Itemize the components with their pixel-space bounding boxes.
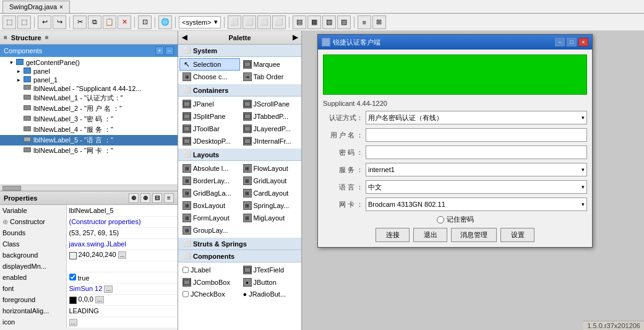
swing-minimize-btn[interactable]: − (555, 38, 565, 46)
palette-scroll-area[interactable]: ⬜ System ↖ Selection Marquee ⊕ Choose c.… (178, 45, 301, 330)
palette-item-jlayeredpane[interactable]: JLayeredP... (240, 123, 301, 135)
components-remove-btn[interactable]: − (165, 46, 174, 55)
tree-item-label3[interactable]: lblNewLabel_3 - "密 码 ：" (0, 114, 178, 124)
swing-btn-messages[interactable]: 消息管理 (451, 228, 497, 242)
toolbar-cut[interactable]: ✂ (73, 15, 87, 29)
prop-table-wrapper[interactable]: Variable lblNewLabel_5 ⊕ Constructor (Co… (0, 205, 178, 330)
swing-select-service[interactable]: internet1 ▾ (366, 163, 587, 176)
palette-item-boxlayout[interactable]: ⊞ BoxLayout (179, 199, 240, 212)
prop-val-variable[interactable]: lblNewLabel_5 (66, 205, 178, 216)
prop-val-bounds[interactable]: (53, 257, 69, 15) (66, 227, 178, 238)
toolbar-btn-1[interactable]: ⬚ (2, 15, 16, 29)
prop-val-background[interactable]: 240,240,240 ... (66, 250, 178, 261)
palette-item-jpanel[interactable]: JPanel (179, 98, 240, 110)
swing-btn-connect[interactable]: 连接 (376, 228, 410, 242)
palette-item-jcombobox[interactable]: JComboBox (179, 276, 240, 289)
palette-forward-arrow[interactable]: ▶ (293, 33, 298, 41)
toolbar-system-dropdown[interactable]: <system> ▾ (179, 16, 221, 28)
tree-scrollbar-thumb[interactable] (2, 186, 21, 191)
palette-item-borderlayout[interactable]: ⊞ BorderLay... (179, 175, 240, 187)
prop-icon-btn-3[interactable]: ⊟ (152, 193, 162, 203)
prop-val-enabled[interactable]: true (66, 272, 178, 283)
palette-back-arrow[interactable]: ◀ (182, 33, 187, 41)
toolbar-btn-7[interactable]: ▦ (307, 15, 321, 29)
structure-expand2[interactable]: ≡ (45, 34, 49, 41)
palette-item-choose[interactable]: ⊕ Choose c... (179, 71, 240, 83)
icon-edit-btn[interactable]: ... (69, 319, 78, 326)
toolbar-btn-4[interactable]: ↪ (53, 15, 66, 29)
toolbar-align-4[interactable]: ⬜ (272, 15, 286, 29)
tree-item-label0[interactable]: lblNewLabel - "Supplicant 4.44-12... (0, 84, 178, 93)
palette-item-jtabbedpane[interactable]: JTabbedP... (240, 110, 301, 123)
palette-section-layouts[interactable]: ⬜ Layouts (178, 149, 301, 161)
tree-root[interactable]: ▾ getContentPane() (0, 58, 178, 67)
palette-section-system[interactable]: ⬜ System (178, 45, 301, 57)
prop-icon-btn-2[interactable]: ⊛ (140, 193, 150, 203)
palette-item-jtextfield[interactable]: JTextField (240, 264, 301, 276)
toolbar-btn-8[interactable]: ▧ (322, 15, 336, 29)
palette-item-jcheckbox[interactable]: JCheckBox (179, 289, 240, 300)
palette-item-jinternalframe[interactable]: JInternalFr... (240, 135, 301, 147)
palette-item-jtoolbar[interactable]: JToolBar (179, 123, 240, 135)
toolbar-align-left[interactable]: ⬜ (228, 15, 241, 29)
palette-item-selection[interactable]: ↖ Selection (179, 58, 240, 71)
toolbar-btn-3[interactable]: ↩ (38, 15, 51, 29)
prop-val-horizontalalign[interactable]: LEADING (66, 305, 178, 316)
tree-item-label6[interactable]: lblNewLabel_6 - "网 卡 ：" (0, 145, 178, 156)
prop-val-class[interactable]: javax.swing.JLabel (66, 238, 178, 250)
swing-btn-exit[interactable]: 退出 (413, 228, 447, 242)
components-add-btn[interactable]: + (155, 46, 164, 55)
toolbar-btn-6[interactable]: ▤ (293, 15, 306, 29)
palette-item-miglayout[interactable]: ⊞ MigLayout (240, 212, 301, 224)
toolbar-delete[interactable]: ✕ (118, 15, 131, 29)
prop-expand-constructor[interactable]: ⊕ (2, 218, 10, 225)
font-edit-btn[interactable]: ... (104, 285, 113, 293)
palette-item-jscrollpane[interactable]: JScrollPane (240, 98, 301, 110)
prop-val-font[interactable]: SimSun 12 ... (66, 283, 178, 294)
prop-val-foreground[interactable]: 0,0,0 ... (66, 294, 178, 305)
tree-item-label1[interactable]: lblNewLabel_1 - "认证方式：" (0, 93, 178, 103)
palette-section-containers[interactable]: ⬜ Containers (178, 84, 301, 97)
toolbar-btn-11[interactable]: ⊞ (372, 15, 386, 29)
palette-item-jradiobutton[interactable]: ● JRadioBut... (240, 289, 301, 300)
toolbar-btn-10[interactable]: ≡ (358, 15, 371, 29)
palette-item-formlayout[interactable]: ⊞ FormLayout (179, 212, 240, 224)
swing-remember-checkbox[interactable] (437, 216, 444, 224)
enabled-checkbox[interactable] (69, 274, 76, 280)
tab-close-icon[interactable]: × (59, 4, 63, 11)
tree-item-label5[interactable]: lblNewLabel_5 - "语 言 ：" (0, 135, 178, 145)
component-tree[interactable]: ▾ getContentPane() ▸ panel ▸ panel_1 (0, 57, 178, 185)
toolbar-copy[interactable]: ⧉ (88, 15, 101, 29)
prop-val-icon[interactable]: ... (66, 316, 178, 328)
design-area[interactable]: 锐捷认证客户端 − □ × Supplicant 4.44-1220 认证方式：… (302, 31, 644, 330)
prop-val-constructor[interactable]: (Constructor properties) (66, 216, 178, 227)
tree-horiz-scrollbar[interactable] (0, 185, 178, 191)
structure-expand-icon[interactable]: ≡ (4, 34, 7, 41)
tab-swingdrag[interactable]: SwingDrag.java × (2, 1, 70, 13)
background-edit-btn[interactable]: ... (118, 251, 127, 259)
palette-item-gridbaglayout[interactable]: ⊞ GridBagLa... (179, 187, 240, 199)
swing-input-password[interactable] (366, 145, 587, 159)
tree-item-label4[interactable]: lblNewLabel_4 - "服 务 ：" (0, 124, 178, 135)
swing-select-0[interactable]: 用户名密码认证（有线） ▾ (366, 111, 587, 124)
foreground-edit-btn[interactable]: ... (95, 296, 104, 303)
toolbar-btn-5[interactable]: ⊡ (138, 15, 152, 29)
palette-item-absolute[interactable]: ⊞ Absolute l... (179, 162, 240, 175)
palette-item-taborder[interactable]: ⇥ Tab Order (240, 71, 301, 83)
palette-item-jdesktoppane[interactable]: JDesktopP... (179, 135, 240, 147)
prop-icon-btn-4[interactable]: ≡ (164, 193, 174, 203)
palette-section-components[interactable]: ⬜ Components (178, 250, 301, 263)
toolbar-align-right[interactable]: ⬜ (257, 15, 271, 29)
swing-input-username[interactable] (366, 128, 587, 142)
toolbar-btn-2[interactable]: ⬚ (17, 15, 31, 29)
palette-item-springlayout[interactable]: ⊞ SpringLay... (240, 199, 301, 212)
palette-item-cardlayout[interactable]: ⊞ CardLayout (240, 187, 301, 199)
swing-btn-settings[interactable]: 设置 (500, 228, 535, 242)
toolbar-paste[interactable]: 📋 (103, 15, 116, 29)
palette-item-jlabel[interactable]: JLabel (179, 264, 240, 276)
prop-icon-btn-1[interactable]: ⊕ (129, 193, 139, 203)
palette-section-struts[interactable]: ⬜ Struts & Springs (178, 238, 301, 250)
tree-item-panel1[interactable]: ▸ panel_1 (0, 76, 178, 84)
prop-val-displayedmn[interactable] (66, 261, 178, 272)
swing-maximize-btn[interactable]: □ (567, 38, 577, 46)
